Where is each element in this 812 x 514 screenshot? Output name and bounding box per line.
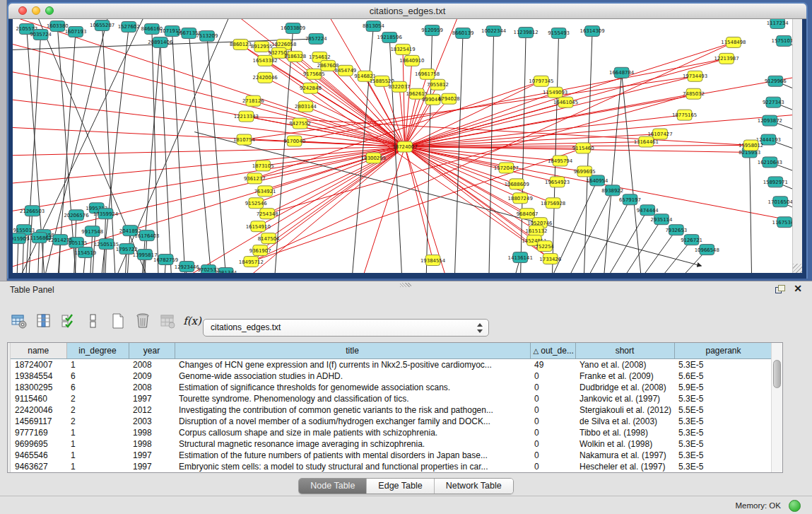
column-header-short[interactable]: short: [575, 343, 674, 359]
window-resize-grip[interactable]: [793, 264, 802, 273]
graph-node[interactable]: 7485032: [683, 88, 705, 99]
memory-status-indicator[interactable]: [789, 500, 801, 512]
cell-title[interactable]: Estimation of significance thresholds fo…: [175, 382, 530, 393]
cell-in_degree[interactable]: 1: [66, 427, 129, 438]
graph-node[interactable]: 14136141: [508, 252, 533, 263]
graph-node[interactable]: 2718126: [242, 95, 264, 106]
table-vertical-scrollbar[interactable]: [771, 343, 782, 472]
graph-node[interactable]: 7955812: [427, 79, 449, 90]
graph-node[interactable]: 18495794: [548, 156, 573, 166]
cell-out_degree[interactable]: 0: [530, 450, 575, 461]
cell-short[interactable]: Tibbo et al. (1998): [575, 427, 674, 438]
table-row[interactable]: 1938455462009Genome-wide association stu…: [11, 370, 772, 382]
graph-node[interactable]: 8938922: [601, 185, 623, 196]
cell-pagerank[interactable]: 5.3E-5: [674, 393, 772, 404]
table-row[interactable]: 946362711997Embryonic stem cells: a mode…: [11, 461, 772, 472]
graph-node[interactable]: 9115460: [572, 143, 594, 153]
cell-out_degree[interactable]: 0: [530, 438, 575, 450]
cell-out_degree[interactable]: 0: [530, 370, 575, 382]
cell-name[interactable]: 18300295: [11, 382, 66, 393]
graph-node[interactable]: 2935114: [651, 214, 673, 225]
graph-node[interactable]: 10797345: [529, 76, 553, 86]
graph-node[interactable]: 7932653: [665, 225, 687, 235]
cell-out_degree[interactable]: 0: [530, 427, 575, 438]
graph-node[interactable]: 10022344: [481, 25, 507, 36]
cell-short[interactable]: Stergiakouli et al. (2012): [575, 404, 674, 416]
cell-year[interactable]: 2012: [129, 404, 175, 416]
graph-node[interactable]: 9126721: [681, 235, 702, 245]
cell-year[interactable]: 2008: [129, 382, 175, 393]
graph-node[interactable]: 20206576: [64, 210, 88, 221]
cell-name[interactable]: 9465546: [11, 450, 66, 461]
graph-node[interactable]: 22420046: [253, 72, 278, 83]
graph-node[interactable]: 9152546: [245, 198, 267, 209]
delete-table-icon[interactable]: [158, 312, 177, 330]
function-builder-icon[interactable]: f(x): [183, 312, 201, 330]
graph-node[interactable]: 1154519: [74, 247, 96, 258]
graph-node[interactable]: 18775165: [672, 110, 697, 120]
graph-node[interactable]: 9227343: [763, 97, 784, 107]
cell-year[interactable]: 1998: [129, 427, 175, 438]
table-row[interactable]: 1456911722003Disruption of a novel membe…: [11, 416, 772, 427]
graph-node[interactable]: 1733426: [539, 254, 561, 264]
cell-short[interactable]: Wolkin et al. (1998): [575, 438, 674, 450]
cell-in_degree[interactable]: 6: [66, 382, 129, 393]
cell-out_degree[interactable]: 0: [530, 416, 575, 427]
cell-pagerank[interactable]: 5.3E-5: [674, 461, 772, 472]
graph-node[interactable]: 1873105: [252, 160, 274, 171]
cell-title[interactable]: Embryonic stem cells: a model to study s…: [175, 461, 530, 472]
graph-node[interactable]: 9155493: [548, 28, 570, 38]
canvas-vertical-scrollbar[interactable]: [792, 19, 802, 273]
cell-name[interactable]: 22420046: [11, 404, 66, 416]
cell-out_degree[interactable]: 0: [530, 393, 575, 404]
graph-node[interactable]: 1527602: [118, 21, 140, 32]
row-height-icon[interactable]: [84, 312, 102, 330]
graph-node[interactable]: 8860123: [230, 39, 252, 49]
cell-name[interactable]: 9699695: [11, 438, 66, 450]
cell-name[interactable]: 18724007: [11, 359, 66, 371]
select-rows-icon[interactable]: [59, 312, 78, 330]
table-row[interactable]: 977716911998Corpus callosum shape and si…: [11, 427, 772, 438]
cell-title[interactable]: Corpus callosum shape and size in male p…: [175, 427, 530, 438]
graph-node[interactable]: 18756928: [541, 198, 565, 209]
cell-name[interactable]: 9115460: [11, 393, 66, 404]
cell-in_degree[interactable]: 6: [66, 370, 129, 382]
cell-year[interactable]: 2003: [129, 416, 175, 427]
cell-pagerank[interactable]: 5.3E-5: [674, 359, 772, 371]
graph-node[interactable]: 12213343: [234, 111, 259, 122]
cell-short[interactable]: Franke et al. (2009): [575, 370, 674, 382]
cell-title[interactable]: Tourette syndrome. Phenomenology and cla…: [175, 393, 530, 404]
cell-out_degree[interactable]: 0: [530, 382, 575, 393]
table-settings-icon[interactable]: [10, 312, 28, 330]
graph-node[interactable]: 9035724: [30, 29, 52, 40]
graph-node[interactable]: 6579197: [619, 194, 641, 205]
graph-node[interactable]: 8660139: [452, 28, 474, 38]
column-header-in-degree[interactable]: in_degree: [66, 343, 129, 359]
cell-pagerank[interactable]: 5.3E-5: [674, 427, 772, 438]
cell-pagerank[interactable]: 5.9E-5: [674, 382, 772, 393]
cell-pagerank[interactable]: 5.3E-5: [674, 416, 772, 427]
tab-edge-table[interactable]: Edge Table: [366, 479, 433, 493]
table-column-icon[interactable]: [35, 312, 53, 330]
table-row[interactable]: 1872400712008Changes of HCN gene express…: [11, 359, 772, 371]
cell-title[interactable]: Genome-wide association studies in ADHD.: [175, 370, 530, 382]
cell-name[interactable]: 9777169: [11, 427, 66, 438]
cell-name[interactable]: 14569117: [11, 416, 66, 427]
cell-in_degree[interactable]: 1: [66, 438, 129, 450]
graph-node[interactable]: 9120959: [421, 25, 443, 35]
graph-node[interactable]: 18325419: [390, 44, 415, 54]
cell-title[interactable]: Changes of HCN gene expression and I(f) …: [175, 359, 530, 371]
close-panel-icon[interactable]: ✕: [794, 283, 802, 294]
column-header-title[interactable]: title: [175, 343, 530, 359]
column-header-year[interactable]: year: [129, 343, 175, 359]
graph-node[interactable]: 9361237: [244, 173, 266, 184]
graph-node[interactable]: 16154910: [246, 221, 271, 232]
graph-node[interactable]: 9917548: [81, 226, 103, 237]
graph-node[interactable]: 9129966: [765, 76, 787, 86]
graph-node[interactable]: 1117234: [767, 19, 789, 28]
cell-year[interactable]: 1998: [129, 438, 175, 450]
cell-out_degree[interactable]: 0: [530, 461, 575, 472]
graph-node[interactable]: 12213987: [714, 53, 739, 64]
column-header-name[interactable]: name: [11, 343, 66, 359]
cell-name[interactable]: 19384554: [11, 370, 66, 382]
